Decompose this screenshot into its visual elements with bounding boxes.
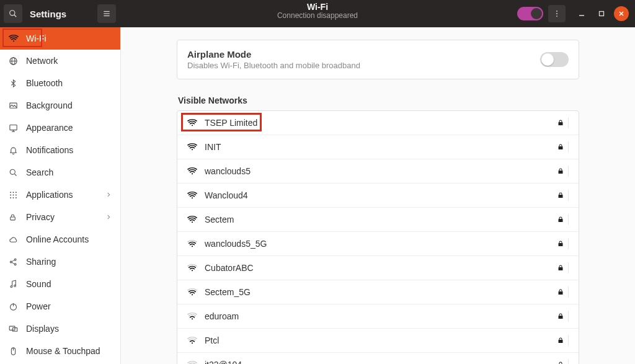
close-button[interactable] [614, 6, 629, 21]
svg-line-34 [12, 260, 14, 262]
svg-rect-9 [600, 12, 604, 16]
network-row[interactable]: INIT [177, 135, 579, 159]
svg-point-19 [10, 169, 15, 174]
wifi-master-toggle[interactable] [517, 7, 543, 20]
lock-icon [557, 141, 569, 153]
sidebar-item-label: Bluetooth [26, 78, 63, 88]
page-subtitle: Connection disappeared [277, 12, 358, 20]
sidebar-item-label: Sharing [26, 257, 56, 267]
sidebar-item-label: Background [26, 100, 73, 110]
background-icon [9, 101, 19, 110]
minimize-button[interactable] [574, 6, 589, 21]
content-area: Airplane Mode Disables Wi-Fi, Bluetooth … [121, 27, 635, 364]
visible-networks-header: Visible Networks [178, 95, 579, 105]
network-row[interactable]: Sectem_5G [177, 280, 579, 304]
search-icon [9, 9, 17, 18]
settings-sidebar: Wi-FiNetworkBluetoothBackgroundAppearanc… [0, 27, 121, 364]
network-row[interactable]: Sectem [177, 207, 579, 231]
search-button[interactable] [4, 4, 22, 23]
appearance-icon [9, 123, 19, 133]
svg-point-21 [10, 192, 11, 193]
sidebar-item-bluetooth[interactable]: Bluetooth [0, 72, 120, 94]
sidebar-item-wi-fi[interactable]: Wi-Fi [0, 27, 120, 50]
sidebar-item-network[interactable]: Network [0, 50, 120, 72]
sidebar-item-sharing[interactable]: Sharing [0, 251, 120, 273]
network-ssid: Sectem_5G [205, 287, 251, 297]
svg-point-25 [13, 194, 14, 195]
wifi-signal-icon [187, 166, 197, 176]
airplane-mode-title: Airplane Mode [187, 49, 360, 60]
sidebar-item-power[interactable]: Power [0, 295, 120, 317]
sidebar-item-sound[interactable]: Sound [0, 273, 120, 295]
lock-icon [557, 166, 569, 177]
maximize-button[interactable] [594, 6, 609, 21]
airplane-mode-card: Airplane Mode Disables Wi-Fi, Bluetooth … [177, 40, 579, 79]
sidebar-item-label: Power [26, 301, 51, 311]
sidebar-item-notifications[interactable]: Notifications [0, 139, 120, 161]
sidebar-item-label: Search [26, 167, 53, 177]
sidebar-item-applications[interactable]: Applications [0, 184, 120, 206]
wifi-signal-icon [187, 263, 197, 273]
sidebar-item-label: Mouse & Touchpad [26, 346, 100, 356]
network-row[interactable]: wanclouds5_5G [177, 231, 579, 255]
grid-icon [9, 190, 19, 200]
chevron-right-icon [105, 214, 112, 220]
airplane-mode-toggle[interactable] [540, 52, 569, 67]
search-icon [9, 168, 19, 177]
lock-icon [557, 238, 569, 249]
network-row[interactable]: wanclouds5 [177, 159, 579, 183]
network-row[interactable]: eduroam [177, 304, 579, 328]
globe-icon [9, 56, 19, 66]
sidebar-item-online-accounts[interactable]: Online Accounts [0, 228, 120, 251]
kebab-icon [553, 9, 561, 18]
sidebar-item-label: Appearance [26, 123, 73, 133]
wifi-signal-icon [187, 190, 197, 200]
lock-icon [557, 262, 569, 273]
svg-point-33 [14, 263, 16, 265]
sidebar-item-search[interactable]: Search [0, 161, 120, 184]
sidebar-item-label: Notifications [26, 145, 73, 155]
minimize-icon [579, 11, 585, 17]
network-row[interactable]: Ptcl [177, 328, 579, 352]
sidebar-item-label: Privacy [26, 212, 55, 222]
visible-networks-list: TSEP LimitedINITwanclouds5Wancloud4Secte… [177, 110, 579, 364]
airplane-mode-sub: Disables Wi-Fi, Bluetooth and mobile bro… [187, 61, 360, 70]
lock-icon [9, 213, 19, 221]
bell-icon [9, 146, 19, 155]
network-row[interactable]: Wancloud4 [177, 183, 579, 207]
sidebar-item-privacy[interactable]: Privacy [0, 206, 120, 228]
page-title: Wi-Fi [277, 2, 358, 12]
wifi-signal-icon [187, 360, 197, 364]
hamburger-button[interactable] [97, 4, 116, 23]
network-ssid: INIT [205, 142, 221, 152]
share-icon [9, 257, 19, 267]
titlebar-left: Settings [0, 0, 121, 27]
svg-point-37 [14, 285, 16, 286]
power-icon [9, 302, 19, 311]
sidebar-item-displays[interactable]: Displays [0, 317, 120, 340]
wifi-signal-icon [187, 142, 197, 152]
network-row[interactable]: it22@104 [177, 352, 579, 364]
sidebar-item-background[interactable]: Background [0, 94, 120, 117]
svg-point-0 [10, 11, 15, 16]
titlebar-center: Wi-Fi Connection disappeared [277, 2, 358, 20]
sidebar-item-label: Online Accounts [26, 234, 89, 244]
svg-point-26 [16, 194, 17, 195]
svg-point-24 [10, 194, 11, 195]
network-row[interactable]: CubatorABC [177, 255, 579, 280]
svg-line-35 [12, 262, 14, 264]
lock-icon [557, 311, 569, 322]
svg-rect-30 [11, 216, 16, 220]
network-ssid: CubatorABC [205, 263, 254, 273]
network-ssid: Wancloud4 [205, 190, 248, 200]
svg-point-31 [10, 261, 12, 263]
network-ssid: eduroam [205, 311, 239, 321]
network-row[interactable]: TSEP Limited [177, 111, 579, 135]
kebab-button[interactable] [548, 5, 566, 22]
sidebar-item-appearance[interactable]: Appearance [0, 117, 120, 139]
sidebar-item-mouse-touchpad[interactable]: Mouse & Touchpad [0, 340, 120, 362]
network-ssid: wanclouds5 [205, 166, 251, 176]
wifi-signal-icon [187, 118, 197, 128]
svg-point-27 [10, 197, 11, 198]
wifi-signal-icon [187, 311, 197, 321]
